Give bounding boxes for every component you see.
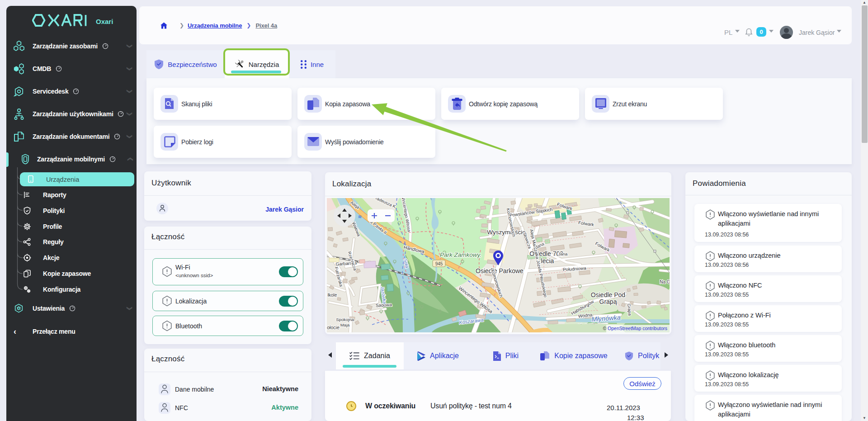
svg-text:Na G: Na G — [660, 279, 670, 284]
svg-text:Jana: Jana — [558, 251, 568, 256]
svg-text:Osiedle Pod: Osiedle Pod — [591, 291, 625, 298]
svg-text:Spokojna: Spokojna — [336, 317, 354, 322]
svg-text:Grapą: Grapą — [599, 298, 617, 305]
svg-text:Grapa: Grapa — [627, 303, 632, 316]
svg-text:Osiedle Parkowe: Osiedle Parkowe — [476, 267, 524, 274]
svg-text:ołocie: ołocie — [327, 325, 340, 330]
svg-text:© OpenStreetMap contributors: © OpenStreetMap contributors — [603, 326, 667, 331]
svg-text:łkole: łkole — [328, 293, 337, 298]
svg-text:Wyszymieście: Wyszymieście — [487, 229, 525, 236]
svg-text:945: 945 — [435, 261, 443, 266]
svg-text:≋: ≋ — [358, 214, 362, 219]
svg-text:Maja: Maja — [340, 322, 350, 327]
svg-text:Park Zamkowy.: Park Zamkowy. — [440, 251, 481, 258]
svg-text:lecia: lecia — [541, 257, 554, 265]
